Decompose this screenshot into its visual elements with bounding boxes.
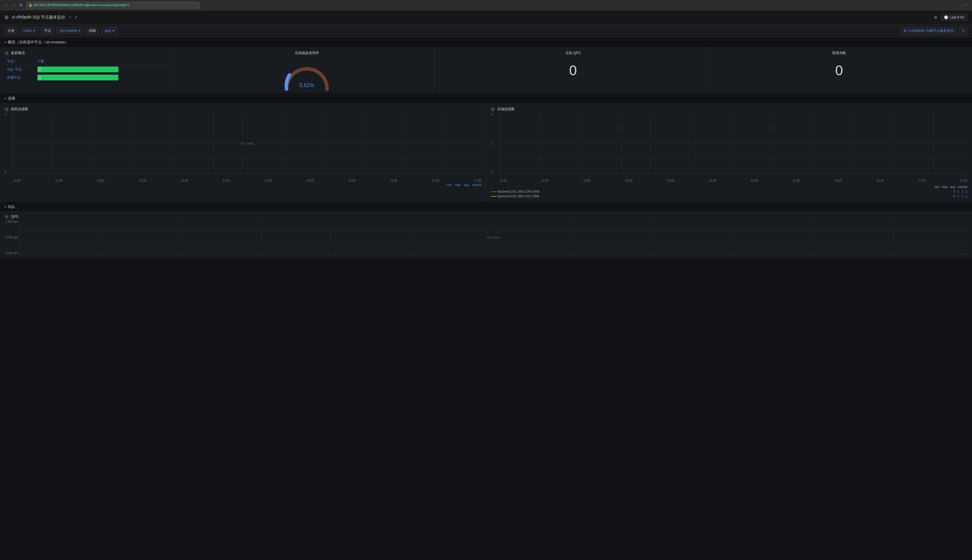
page-title: cl-cfhl9p9h SQL节点服务监控 <box>12 15 65 20</box>
url-text: 192.168.0.28:3000/d/radon/cl-cfhl9p9h-sq… <box>33 3 129 7</box>
qps-chart-area: 1.00 ops 0.80 ops 0.60 ops No data <box>5 220 967 255</box>
backend-chart-area: 2 1 0 <box>491 113 968 182</box>
sql-section-header[interactable]: SQL <box>0 202 972 211</box>
legend-max: max <box>455 183 461 187</box>
legend-avg: avg <box>464 183 469 187</box>
qps-info-icon[interactable]: i <box>5 215 9 219</box>
url-bar[interactable]: 🔒 192.168.0.28:3000/d/radon/cl-cfhl9p9h-… <box>26 2 200 9</box>
backend-stat-max: 1 <box>957 194 959 198</box>
legend-current: current <box>472 183 481 187</box>
cluster-table: 节点↑ 个数 SQL 节点2存储节点2 <box>5 58 169 82</box>
x-label: 12:30 <box>541 179 548 182</box>
forward-button[interactable]: → <box>11 3 16 8</box>
x-label: 15:00 <box>751 179 758 182</box>
backend-chart-title: 后端连接数 <box>497 107 514 112</box>
interval-label: 间隔 <box>86 27 99 35</box>
backend-connections-card: i 后端连接数 2 1 0 <box>486 103 972 202</box>
x-label: 12:00 <box>13 179 20 182</box>
x-label: 15:00 <box>265 179 272 182</box>
backend-stat-max: 1 <box>957 190 959 193</box>
time-range-label: Last 6 ho <box>950 15 964 19</box>
thread-info-icon[interactable]: i <box>5 107 9 112</box>
backend-name: Backend:192.168.0.249:3306 <box>491 190 951 193</box>
cluster-row-name: SQL 节点 <box>5 65 35 74</box>
overview-grid: i 集群概况 节点↑ 个数 SQL 节点2存储节点2 当前磁盘使用率 <box>0 47 972 93</box>
interval-dropdown[interactable]: auto ▾ <box>101 27 117 34</box>
thread-no-data: No data <box>241 141 254 145</box>
backend-stat-current: 1 <box>965 194 967 198</box>
legend-col-max: max <box>942 185 948 188</box>
reload-button[interactable]: ↻ <box>18 3 24 8</box>
backend-name: Backend:192.168.0.251:3306 <box>491 194 951 198</box>
apps-icon[interactable]: ⊞ <box>5 15 8 20</box>
disk-title: 当前磁盘使用率 <box>179 51 435 55</box>
security-icon: 🔒 <box>28 3 32 7</box>
backend-legend-row: Backend:192.168.0.251:33060111 <box>491 194 968 198</box>
gauge-container: 5.52% <box>179 58 435 97</box>
thread-chart-legend: min max avg current <box>5 183 481 187</box>
cluster-title: 集群概况 <box>11 51 25 55</box>
node-dropdown[interactable]: cln-irnesloe ▾ <box>57 27 84 34</box>
browser-menu[interactable]: ··· <box>962 2 969 8</box>
x-label: 16:00 <box>348 179 356 182</box>
gauge-svg: 5.52% <box>281 62 333 93</box>
cluster-row-count: 2 <box>35 65 169 74</box>
qps-value: 0 <box>444 58 701 83</box>
x-label: 15:30 <box>307 179 314 182</box>
back-button[interactable]: ← <box>3 3 9 8</box>
expand-button[interactable]: ⤡ <box>959 27 967 35</box>
x-label: 16:30 <box>877 179 884 182</box>
backend-legend-header: min max avg current <box>491 185 968 189</box>
qps-chart-grid: No data <box>19 220 967 255</box>
slow-query-value: 0 <box>711 58 967 83</box>
disk-usage-card: 当前磁盘使用率 5.52% <box>174 47 440 93</box>
col-node-header: 节点↑ <box>5 58 35 65</box>
connections-section-header[interactable]: 连接 <box>0 93 972 103</box>
x-label: 16:00 <box>835 179 842 182</box>
thread-x-labels: 12:0012:3013:0013:3014:0014:3015:0015:30… <box>13 177 481 182</box>
x-label: 15:30 <box>793 179 800 182</box>
storage-nav-button[interactable]: ⊞ cl-cfhl9p9h 存储节点服务监控 <box>900 27 957 35</box>
slow-query-title: 慢查询数 <box>711 51 967 55</box>
thread-y-labels: 1 0 <box>5 113 13 173</box>
cluster-info-icon[interactable]: i <box>5 51 9 55</box>
backend-x-labels: 12:0012:3013:0013:3014:0014:3015:0015:30… <box>499 177 968 182</box>
backend-stat-avg: 1 <box>962 190 963 193</box>
sql-qps-title: QPS <box>11 215 18 219</box>
legend-min: min <box>447 183 451 187</box>
table-row: SQL 节点2 <box>5 65 169 74</box>
radon-dropdown[interactable]: radon ▾ <box>20 27 38 34</box>
x-label: 14:30 <box>709 179 716 182</box>
slow-query-card: 慢查询数 0 <box>706 47 972 93</box>
browser-chrome: ← → ↻ 🔒 192.168.0.28:3000/d/radon/cl-cfh… <box>0 0 972 10</box>
share-icon[interactable]: ⤢ <box>74 15 78 20</box>
x-label: 17:30 <box>960 179 967 182</box>
x-label: 17:00 <box>432 179 439 182</box>
backend-stat-current: 1 <box>965 190 967 193</box>
overview-section-header[interactable]: 概览（当前选中节点：cln-irnesloe） <box>0 37 972 47</box>
thread-chart-area: 1 0 <box>5 113 481 182</box>
x-label: 14:00 <box>667 179 674 182</box>
legend-col-current: current <box>957 185 967 188</box>
clock-icon: 🕐 <box>944 15 948 19</box>
task-button[interactable]: 任务 <box>5 27 18 35</box>
x-label: 14:00 <box>181 179 188 182</box>
qps-y-labels: 1.00 ops 0.80 ops 0.60 ops <box>5 220 19 255</box>
star-icon[interactable]: ☆ <box>68 15 72 19</box>
node-label: 节点 <box>41 27 54 35</box>
time-range-picker[interactable]: 🕐 Last 6 ho <box>941 14 967 21</box>
x-label: 13:00 <box>97 179 104 182</box>
x-label: 17:30 <box>474 179 481 182</box>
x-label: 13:30 <box>625 179 633 182</box>
backend-legend-row: Backend:192.168.0.249:33060111 <box>491 189 968 194</box>
qps-title: 当前 QPS <box>444 51 701 55</box>
svg-marker-1 <box>616 173 967 173</box>
thread-chart-grid: No data <box>13 113 481 173</box>
backend-info-icon[interactable]: i <box>491 107 495 112</box>
expand-icon: ⤡ <box>962 28 965 33</box>
chevron-down-icon: ▾ <box>33 28 35 33</box>
thread-chart-title: 线程连接数 <box>11 107 28 112</box>
backend-legend: min max avg current Backend:192.168.0.24… <box>491 185 968 198</box>
cluster-row-name: 存储节点 <box>5 73 35 82</box>
x-label: 13:30 <box>139 179 146 182</box>
